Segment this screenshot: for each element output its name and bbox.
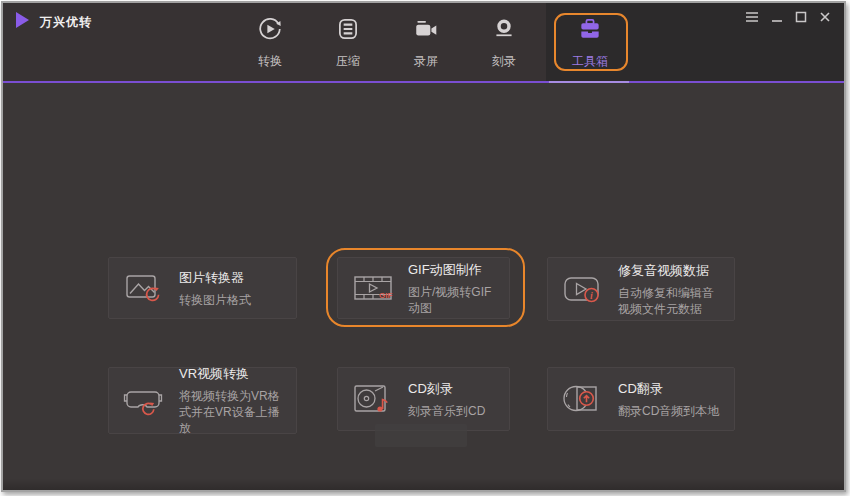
toolbox-icon [577,16,603,46]
tab-compress[interactable]: 压缩 [319,16,377,70]
card-subtitle: 自动修复和编辑音视频文件元数据 [618,285,722,317]
image-converter-icon [121,269,167,307]
card-title: VR视频转换 [179,365,284,383]
svg-text:GIF: GIF [379,291,392,300]
screen-record-icon [413,16,439,46]
bottom-window-shade [3,478,844,490]
window-controls [744,10,832,24]
tab-label: 录屏 [414,53,438,70]
tab-screen-record[interactable]: 录屏 [397,16,455,70]
card-subtitle: 将视频转换为VR格式并在VR设备上播放 [179,388,284,436]
tab-label: 转换 [258,53,282,70]
tab-convert[interactable]: 转换 [241,16,299,70]
main-nav-tabs: 转换 压缩 录屏 [241,16,619,70]
card-subtitle: 刻录音乐到CD [408,403,485,419]
minimize-icon[interactable] [770,10,784,24]
card-title: CD翻录 [618,380,719,398]
cd-burner-icon [350,380,396,418]
fix-media-metadata-icon: i [560,270,606,308]
card-subtitle: 翻录CD音频到本地 [618,403,719,419]
tool-card-image-converter[interactable]: 图片转换器 转换图片格式 [108,257,297,319]
close-icon[interactable] [818,10,832,24]
convert-icon [257,16,283,46]
toolbox-panel: 图片转换器 转换图片格式 GIF GIF动图制作 图片/视频转GIF动图 [3,83,844,490]
card-text: GIF动图制作 图片/视频转GIF动图 [408,261,497,316]
menu-icon[interactable] [744,10,760,24]
card-text: VR视频转换 将视频转换为VR格式并在VR设备上播放 [179,365,284,436]
card-title: CD刻录 [408,380,485,398]
compress-icon [335,16,361,46]
card-title: 修复音视频数据 [618,262,722,280]
card-text: 修复音视频数据 自动修复和编辑音视频文件元数据 [618,262,722,317]
tab-toolbox[interactable]: 工具箱 [561,16,619,70]
burn-icon [491,16,517,46]
vr-converter-icon [121,382,167,420]
tool-card-fix-media-metadata[interactable]: i 修复音视频数据 自动修复和编辑音视频文件元数据 [547,257,735,321]
svg-text:i: i [590,290,593,301]
maximize-icon[interactable] [794,10,808,24]
card-title: GIF动图制作 [408,261,497,279]
gif-maker-icon: GIF [350,269,396,307]
tab-label: 刻录 [492,53,516,70]
app-title: 万兴优转 [40,14,92,31]
tool-card-vr-converter[interactable]: VR视频转换 将视频转换为VR格式并在VR设备上播放 [108,367,297,434]
tool-card-gif-maker[interactable]: GIF GIF动图制作 图片/视频转GIF动图 [337,257,510,319]
card-text: 图片转换器 转换图片格式 [179,269,251,308]
app-window: 万兴优转 [1,1,846,492]
titlebar: 万兴优转 [3,3,844,81]
card-subtitle: 转换图片格式 [179,292,251,308]
app-logo-icon [16,12,29,28]
tool-card-cd-burner[interactable]: CD刻录 刻录音乐到CD [337,367,510,431]
card-text: CD刻录 刻录音乐到CD [408,380,485,419]
tool-card-cd-ripper[interactable]: CD翻录 翻录CD音频到本地 [547,367,735,431]
tab-burn[interactable]: 刻录 [475,16,533,70]
card-title: 图片转换器 [179,269,251,287]
tab-label: 压缩 [336,53,360,70]
card-text: CD翻录 翻录CD音频到本地 [618,380,719,419]
tab-label: 工具箱 [572,53,608,70]
bottom-center-faded-panel [375,424,467,447]
cd-ripper-icon [560,380,606,418]
card-subtitle: 图片/视频转GIF动图 [408,284,497,316]
